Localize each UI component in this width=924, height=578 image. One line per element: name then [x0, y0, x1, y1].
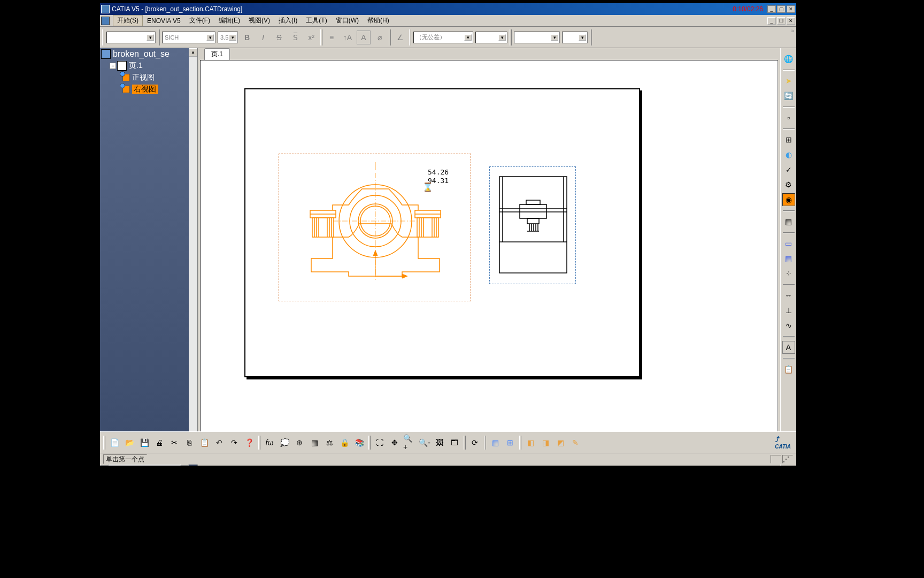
manipulate-button[interactable]: 🔄	[782, 89, 795, 102]
check-button[interactable]: ⊕	[292, 436, 306, 450]
menu-help[interactable]: 帮助(H)	[363, 15, 394, 26]
italic-button[interactable]: I	[256, 31, 270, 44]
menu-tools[interactable]: 工具(T)	[302, 15, 331, 26]
toolbar-handle[interactable]	[590, 29, 592, 45]
symbol-button[interactable]: ⌀	[373, 31, 387, 44]
menu-insert[interactable]: 插入(I)	[274, 15, 302, 26]
roughness-button[interactable]: ✓	[782, 163, 795, 176]
line-button[interactable]: ↔	[782, 289, 795, 302]
toolbar-handle[interactable]	[103, 436, 105, 450]
menu-enovia[interactable]: ENOVIA V5	[143, 16, 185, 26]
drawing-canvas[interactable]: 54.26 94.31 ⌛	[200, 60, 778, 463]
mdi-restore-button[interactable]: ❐	[777, 17, 786, 25]
text-button[interactable]: A	[782, 341, 795, 354]
dimension-button[interactable]: ⊞	[782, 133, 795, 146]
grid-snap-button[interactable]: ⊞	[503, 436, 517, 450]
clip-button[interactable]: ✎	[568, 436, 582, 450]
tree-expander-icon[interactable]: −	[110, 63, 116, 69]
font-combo[interactable]: SICH	[162, 32, 215, 43]
maximize-button[interactable]: ▢	[777, 5, 786, 13]
whatsthis-button[interactable]: ❓	[242, 436, 256, 450]
scroll-up-icon[interactable]: ▲	[189, 48, 197, 57]
menu-view[interactable]: 视图(V)	[244, 15, 274, 26]
pan-button[interactable]: ✥	[388, 436, 402, 450]
menu-start[interactable]: 开始(S)	[113, 15, 143, 26]
align-left-button[interactable]: ≡	[325, 31, 338, 44]
catalog-button[interactable]: 📚	[352, 436, 366, 450]
menu-edit[interactable]: 编辑(E)	[214, 15, 244, 26]
toolbar-handle[interactable]	[484, 436, 486, 450]
toolbar-handle[interactable]	[158, 29, 160, 45]
bold-button[interactable]: B	[240, 31, 254, 44]
zoom-out-button[interactable]: 🔍-	[418, 436, 432, 450]
close-button[interactable]: ✕	[787, 5, 795, 13]
frame-button[interactable]: ▭	[782, 237, 795, 250]
toolbar-handle[interactable]	[519, 436, 521, 450]
refresh-button[interactable]: ⟳	[468, 436, 482, 450]
minimize-button[interactable]: _	[767, 5, 776, 13]
tolerance-upper-combo[interactable]	[475, 32, 507, 43]
snap-button[interactable]: ⁘	[782, 267, 795, 280]
sheet-tab[interactable]: 页.1	[204, 48, 230, 60]
tree-vscrollbar[interactable]: ▲ ▼	[189, 48, 197, 457]
constraint-button[interactable]: ⊥	[782, 304, 795, 317]
overline-button[interactable]: S̅	[288, 31, 302, 44]
anchor-button[interactable]: ↑A	[341, 31, 355, 44]
precision-combo[interactable]	[514, 32, 560, 43]
menu-window[interactable]: 窗口(W)	[332, 15, 363, 26]
tolerance-combo[interactable]: （无公差）	[413, 32, 473, 43]
unit-combo[interactable]	[562, 32, 588, 43]
knowledge-button[interactable]: 💭	[278, 436, 291, 450]
multi-view-button[interactable]: 🗔	[448, 436, 461, 450]
font-size-combo[interactable]: 3.5	[218, 32, 238, 43]
tree-view-right[interactable]: 右视图	[100, 83, 197, 95]
open-button[interactable]: 📂	[122, 436, 136, 450]
undo-button[interactable]: ↶	[212, 436, 226, 450]
grid-button[interactable]: ▦	[782, 252, 795, 265]
lock-button[interactable]: 🔒	[337, 436, 351, 450]
style-combo[interactable]	[106, 32, 156, 43]
toolbar-handle[interactable]	[368, 436, 371, 450]
table-button[interactable]: ▦	[782, 215, 795, 228]
toolbar-handle[interactable]	[510, 29, 512, 45]
active-tool-button[interactable]: ◉	[782, 193, 795, 206]
curve-button[interactable]: ∿	[782, 319, 795, 332]
toolbar-handle[interactable]	[409, 29, 411, 45]
datum-button[interactable]: ⚙	[782, 178, 795, 191]
toolbar-overflow-icon[interactable]: »	[791, 28, 794, 34]
print-button[interactable]: 🖨	[152, 436, 166, 450]
cut-button[interactable]: ✂	[167, 436, 181, 450]
update-button[interactable]: 🌐	[782, 52, 795, 65]
tree-sheet[interactable]: − 页.1	[100, 60, 197, 72]
fit-all-button[interactable]: ⛶	[373, 436, 387, 450]
law-button[interactable]: ⚖	[322, 436, 336, 450]
tree-view-front[interactable]: 正视图	[100, 72, 197, 83]
design-table-button[interactable]: ▦	[307, 436, 321, 450]
view-create-button[interactable]: ◧	[523, 436, 537, 450]
grid-on-button[interactable]: ▦	[488, 436, 502, 450]
normal-view-button[interactable]: 🖼	[433, 436, 446, 450]
superscript-button[interactable]: x²	[304, 31, 318, 44]
menu-file[interactable]: 文件(F)	[185, 15, 214, 26]
angle-button[interactable]: ∠	[393, 31, 407, 44]
section-button[interactable]: ◨	[538, 436, 552, 450]
select-arrow-button[interactable]: ➤	[782, 74, 795, 87]
strikethrough-button[interactable]: S	[272, 31, 286, 44]
new-button[interactable]: 📄	[107, 436, 121, 450]
new-view-button[interactable]: ▫	[782, 111, 795, 124]
balloon-button[interactable]: ◐	[782, 148, 795, 161]
toolbar-handle[interactable]	[320, 29, 322, 45]
copy-button[interactable]: ⎘	[182, 436, 196, 450]
drawing-button[interactable]: 📋	[782, 363, 795, 376]
detail-button[interactable]: ◩	[553, 436, 567, 450]
toolbar-handle[interactable]	[258, 436, 260, 450]
save-button[interactable]: 💾	[137, 436, 151, 450]
toolbar-handle[interactable]	[464, 436, 466, 450]
front-view-frame[interactable]: 54.26 94.31 ⌛	[279, 154, 471, 301]
toolbar-handle[interactable]	[389, 29, 391, 45]
frame-button[interactable]: A	[357, 31, 371, 44]
paste-button[interactable]: 📋	[197, 436, 211, 450]
formula-button[interactable]: fω	[263, 436, 276, 450]
mdi-minimize-button[interactable]: _	[767, 17, 776, 25]
status-resize-grip-icon[interactable]: ⋰	[782, 455, 793, 463]
